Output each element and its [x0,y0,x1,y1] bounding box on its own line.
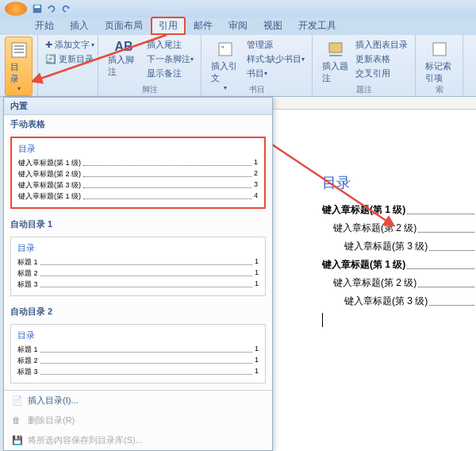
citation-icon: " [216,40,235,59]
svg-rect-2 [12,43,26,57]
mark-index-button[interactable]: 标记索引项 [420,37,458,87]
doc-toc-entry[interactable]: 键入章标题(第 3 级) [344,240,476,253]
toc-label: 目录 [10,61,27,85]
gallery-item-auto2[interactable]: 目录 标题 11标题 21标题 31 [10,324,266,384]
style-dropdown[interactable]: 样式: 缺少书目▾ [244,52,307,66]
tab-insert[interactable]: 插入 [62,17,97,35]
document-preview: 目录 键入章标题(第 1 级)键入章标题(第 2 级)键入章标题(第 3 级)键… [317,110,476,327]
undo-icon[interactable] [46,3,57,14]
toc-preview-line: 键入章标题(第 2 级)2 [18,169,258,179]
remove-toc: 🗑删除目录(R) [4,411,272,430]
tab-pagelayout[interactable]: 页面布局 [97,17,151,35]
gallery-item-auto1[interactable]: 目录 标题 11标题 21标题 31 [10,237,266,296]
update-icon: 🔄 [45,54,56,65]
doc-toc-entry[interactable]: 键入章标题(第 1 级) [322,258,476,272]
manage-sources-button[interactable]: 管理源 [244,38,307,52]
toc-preview-line: 标题 31 [17,367,259,377]
insert-toc-icon: 📄 [12,395,23,407]
insert-endnote-button[interactable]: 插入尾注 [144,38,196,52]
toc-preview-line: 标题 31 [17,279,259,290]
title-bar [0,0,476,17]
ribbon: 目录 ▾ ✚添加文字▾ 🔄更新目录 AB 插入脚注 插入尾注 下一条脚注▾ 显示… [0,35,476,97]
crossref-button[interactable]: 交叉引用 [353,67,410,80]
save-icon[interactable] [32,3,43,14]
tab-view[interactable]: 视图 [255,17,290,35]
doc-toc-entry[interactable]: 键入章标题(第 2 级) [333,276,476,290]
redo-icon[interactable] [60,3,71,14]
gallery-auto1-title: 自动目录 1 [4,215,272,233]
update-table-button[interactable]: 更新表格 [353,52,410,66]
toc-preview-line: 标题 21 [17,268,259,279]
tab-references[interactable]: 引用 [151,17,186,35]
svg-rect-8 [329,43,342,52]
ribbon-tabs: 开始 插入 页面布局 引用 邮件 审阅 视图 开发工具 [0,17,476,35]
doc-toc-entry[interactable]: 键入章标题(第 2 级) [333,222,476,235]
toc-gallery-panel: 内置 手动表格 目录 键入章标题(第 1 级)1键入章标题(第 2 级)2键入章… [3,97,273,451]
insert-fig-toc-button[interactable]: 插入图表目录 [353,38,410,52]
toc-preview-line: 键入章标题(第 1 级)1 [18,158,258,168]
insert-caption-button[interactable]: 插入题注 [317,37,353,87]
gallery-auto2-title: 自动目录 2 [4,303,272,321]
office-button[interactable] [5,2,27,16]
doc-toc-entry[interactable]: 键入章标题(第 1 级) [322,203,476,217]
index-icon [430,40,449,59]
group-label-index: 索 [416,84,463,95]
add-text-icon: ✚ [45,40,52,51]
next-footnote-button[interactable]: 下一条脚注▾ [144,52,196,66]
chevron-down-icon: ▾ [17,85,21,92]
text-cursor [322,313,476,327]
toc-button[interactable]: 目录 ▾ [5,37,33,96]
tab-home[interactable]: 开始 [27,17,62,35]
toc-icon [10,40,29,60]
svg-rect-10 [433,43,446,56]
tab-developer[interactable]: 开发工具 [290,17,344,35]
gallery-manual-title: 手动表格 [4,115,272,133]
toc-preview-line: 标题 21 [17,356,259,366]
group-label-caption: 题注 [313,84,415,95]
ab-icon: AB [114,40,132,54]
bibliography-button[interactable]: 书目▾ [244,67,307,80]
group-label-biblio: 书目 [202,84,312,95]
toc-preview-line: 键入章标题(第 3 级)3 [18,180,258,191]
gallery-builtin-header: 内置 [4,98,272,115]
update-toc-button[interactable]: 🔄更新目录 [43,52,93,66]
doc-toc-title: 目录 [322,173,476,192]
toc-preview-line: 标题 11 [17,345,259,355]
insert-footnote-button[interactable]: AB 插入脚注 [103,37,144,81]
save-gallery-icon: 💾 [12,435,23,446]
toc-preview-line: 键入章标题(第 1 级)4 [18,191,258,202]
svg-text:": " [221,45,225,54]
add-text-button[interactable]: ✚添加文字▾ [43,38,93,52]
svg-rect-1 [35,6,40,9]
remove-icon: 🗑 [12,415,23,426]
group-label-footnote: 脚注 [98,84,201,95]
caption-icon [326,40,345,59]
tab-review[interactable]: 审阅 [221,17,255,35]
tab-mailings[interactable]: 邮件 [186,17,221,35]
save-selection-toc: 💾将所选内容保存到目录库(S)... [4,430,272,450]
show-notes-button[interactable]: 显示备注 [144,67,196,80]
gallery-item-manual[interactable]: 目录 键入章标题(第 1 级)1键入章标题(第 2 级)2键入章标题(第 3 级… [10,137,266,209]
insert-custom-toc[interactable]: 📄插入目录(I)... [4,391,272,411]
toc-preview-line: 标题 11 [17,257,259,268]
doc-toc-entry[interactable]: 键入章标题(第 3 级) [344,295,476,308]
